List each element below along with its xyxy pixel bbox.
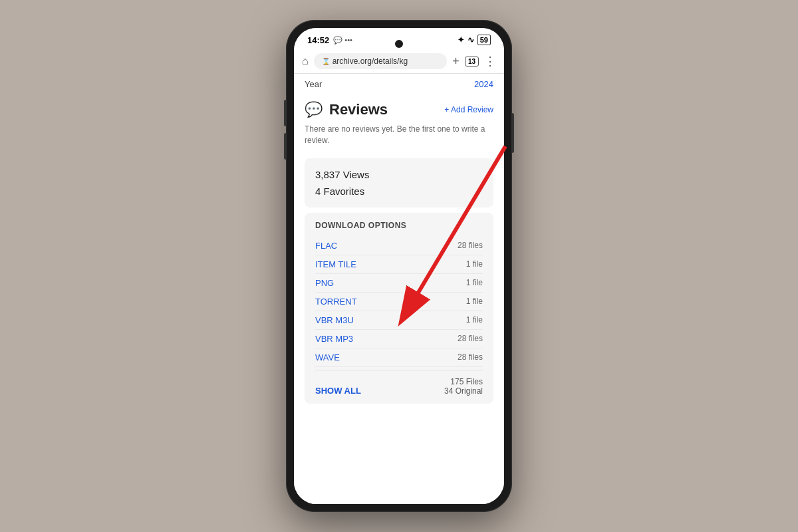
item-tile-link[interactable]: ITEM TILE bbox=[315, 259, 356, 269]
views-stat: 3,837 Views bbox=[315, 166, 483, 183]
browser-bar: ⌂ ⌛ archive.org/details/kg + 13 ⋮ bbox=[294, 49, 504, 74]
total-files: 175 Files bbox=[444, 377, 483, 386]
reviews-title-group: 💬 Reviews bbox=[305, 101, 388, 118]
vbr-mp3-link[interactable]: VBR MP3 bbox=[315, 334, 353, 344]
download-item-flac: FLAC 28 files bbox=[315, 237, 483, 255]
status-time: 14:52 bbox=[307, 35, 329, 45]
bluetooth-icon: ✦ bbox=[458, 35, 464, 45]
volume-up-button[interactable] bbox=[284, 100, 286, 126]
png-link[interactable]: PNG bbox=[315, 278, 334, 288]
png-count: 1 file bbox=[466, 278, 483, 287]
add-tab-button[interactable]: + bbox=[452, 55, 460, 68]
download-item-torrent: TORRENT 1 file bbox=[315, 293, 483, 311]
status-icons-right: ✦ ∿ 59 bbox=[458, 35, 491, 45]
favorites-stat: 4 Favorites bbox=[315, 183, 483, 200]
download-options-section: DOWNLOAD OPTIONS FLAC 28 files ITEM TILE… bbox=[305, 213, 493, 404]
url-text[interactable]: archive.org/details/kg bbox=[332, 57, 408, 66]
status-icons-left: 💬 ••• bbox=[333, 36, 352, 45]
download-item-vbr-m3u: VBR M3U 1 file bbox=[315, 311, 483, 330]
year-value: 2024 bbox=[474, 79, 493, 89]
original-files: 34 Original bbox=[444, 386, 483, 396]
add-review-button[interactable]: + Add Review bbox=[444, 105, 493, 114]
torrent-count: 1 file bbox=[466, 297, 483, 306]
status-time-group: 14:52 💬 ••• bbox=[307, 35, 352, 45]
year-row: Year 2024 bbox=[294, 74, 504, 94]
reviews-empty-text: There are no reviews yet. Be the first o… bbox=[305, 124, 493, 146]
wave-count: 28 files bbox=[458, 352, 483, 362]
secure-icon: ⌛ bbox=[322, 58, 330, 65]
power-button[interactable] bbox=[512, 113, 514, 153]
download-item-vbr-mp3: VBR MP3 28 files bbox=[315, 330, 483, 348]
download-options-header: DOWNLOAD OPTIONS bbox=[315, 221, 483, 230]
phone-screen: 14:52 💬 ••• ✦ ∿ 59 ⌂ ⌛ archive.org/detai… bbox=[294, 28, 504, 504]
wifi-icon: ∿ bbox=[467, 35, 474, 45]
reviews-title: Reviews bbox=[329, 101, 388, 118]
show-all-link[interactable]: SHOW ALL bbox=[315, 386, 361, 396]
vbr-mp3-count: 28 files bbox=[458, 334, 483, 343]
home-icon[interactable]: ⌂ bbox=[302, 55, 309, 67]
tab-count[interactable]: 13 bbox=[465, 57, 479, 66]
flac-link[interactable]: FLAC bbox=[315, 241, 337, 251]
download-item-png: PNG 1 file bbox=[315, 274, 483, 293]
item-tile-count: 1 file bbox=[466, 259, 483, 269]
torrent-link[interactable]: TORRENT bbox=[315, 297, 357, 307]
battery-icon: 59 bbox=[477, 35, 491, 45]
volume-down-button[interactable] bbox=[284, 133, 286, 160]
year-label: Year bbox=[305, 79, 322, 89]
phone-frame: 14:52 💬 ••• ✦ ∿ 59 ⌂ ⌛ archive.org/detai… bbox=[286, 20, 512, 512]
url-bar[interactable]: ⌛ archive.org/details/kg bbox=[314, 53, 448, 69]
reviews-header: 💬 Reviews + Add Review bbox=[305, 101, 493, 118]
comment-icon: 💬 bbox=[305, 101, 323, 118]
vbr-m3u-count: 1 file bbox=[466, 315, 483, 325]
wave-link[interactable]: WAVE bbox=[315, 352, 340, 362]
vbr-m3u-link[interactable]: VBR M3U bbox=[315, 315, 354, 325]
stats-box: 3,837 Views 4 Favorites bbox=[305, 158, 493, 207]
show-all-stats: 175 Files 34 Original bbox=[444, 377, 483, 396]
flac-count: 28 files bbox=[458, 241, 483, 250]
camera-notch bbox=[395, 40, 403, 48]
add-review-label[interactable]: + Add Review bbox=[444, 105, 493, 114]
download-item-item-tile: ITEM TILE 1 file bbox=[315, 255, 483, 274]
page-content: Year 2024 💬 Reviews + Add Review There a… bbox=[294, 74, 504, 504]
show-all-row: SHOW ALL 175 Files 34 Original bbox=[315, 370, 483, 396]
download-item-wave: WAVE 28 files bbox=[315, 348, 483, 367]
browser-menu-button[interactable]: ⋮ bbox=[484, 54, 496, 68]
reviews-section: 💬 Reviews + Add Review There are no revi… bbox=[294, 94, 504, 153]
